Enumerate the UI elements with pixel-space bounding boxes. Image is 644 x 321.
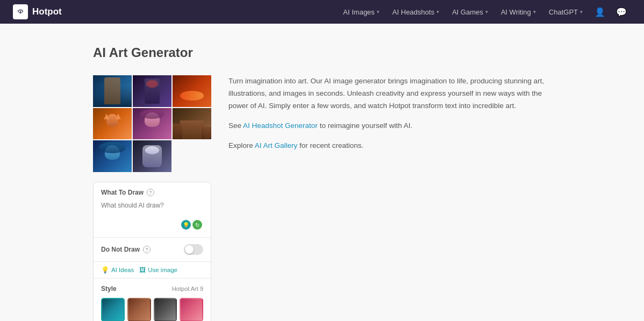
art-gallery-link[interactable]: AI Art Gallery (255, 141, 298, 149)
description-column: Turn imagination into art. Our AI image … (228, 75, 551, 321)
grid-image-5 (133, 108, 171, 140)
style-section: Style Hotpot Art 9 (94, 279, 211, 321)
svg-point-0 (19, 11, 20, 13)
description-paragraph-1: Turn imagination into art. Our AI image … (228, 75, 551, 112)
left-column: What To Draw ? 💡 ↻ Do (93, 75, 211, 321)
chevron-down-icon: ▾ (580, 9, 583, 15)
nav-ai-writing[interactable]: AI Writing ▾ (496, 5, 541, 19)
chevron-down-icon: ▾ (485, 9, 488, 15)
style-current-name: Hotpot Art 9 (172, 286, 203, 292)
what-to-draw-section: What To Draw ? 💡 ↻ (94, 182, 211, 238)
description-paragraph-3: Explore AI Art Gallery for recent creati… (228, 140, 551, 152)
headshot-generator-link[interactable]: AI Headshot Generator (243, 122, 318, 130)
chevron-down-icon: ▾ (437, 9, 439, 15)
logo-text: Hotpot (32, 6, 62, 17)
style-label: Style (101, 285, 117, 293)
description-paragraph-2: See AI Headshot Generator to reimagine y… (228, 120, 551, 132)
nav-chatgpt[interactable]: ChatGPT ▾ (543, 5, 588, 19)
do-not-draw-label: Do Not Draw ? (101, 246, 151, 253)
user-icon[interactable]: 👤 (590, 4, 610, 20)
chevron-down-icon: ▾ (377, 9, 380, 15)
what-to-draw-label: What To Draw ? (101, 189, 203, 196)
nav-ai-games[interactable]: AI Games ▾ (447, 5, 493, 19)
what-to-draw-help-icon[interactable]: ? (147, 189, 154, 196)
use-image-button[interactable]: 🖼 Use image (139, 266, 177, 274)
hero-image-grid (93, 75, 211, 172)
grid-image-1 (93, 75, 132, 107)
main-content: AI Art Generator (80, 24, 564, 321)
style-thumb-1[interactable] (101, 298, 125, 321)
style-grid-row-1 (101, 298, 203, 321)
grid-image-6 (173, 108, 211, 140)
grid-image-8 (133, 140, 171, 172)
nav-ai-headshots[interactable]: AI Headshots ▾ (387, 5, 445, 19)
bulb-icon[interactable]: 💡 (181, 220, 191, 230)
nav-ai-images[interactable]: AI Images ▾ (338, 5, 385, 19)
generator-panel: What To Draw ? 💡 ↻ Do (93, 182, 211, 321)
logo[interactable]: Hotpot (13, 4, 62, 19)
navbar: Hotpot AI Images ▾ AI Headshots ▾ AI Gam… (0, 0, 644, 24)
grid-image-4 (93, 108, 132, 140)
logo-icon (13, 4, 28, 19)
style-thumb-4[interactable] (180, 298, 203, 321)
style-thumb-2[interactable] (127, 298, 151, 321)
bulb-small-icon: 💡 (101, 266, 109, 274)
what-to-draw-wrapper: 💡 ↻ (101, 201, 203, 231)
do-not-draw-help-icon[interactable]: ? (143, 246, 151, 253)
chat-icon[interactable]: 💬 (612, 4, 631, 20)
refresh-icon[interactable]: ↻ (192, 220, 202, 230)
full-content: What To Draw ? 💡 ↻ Do (93, 75, 551, 321)
style-thumb-3[interactable] (154, 298, 177, 321)
textarea-actions: 💡 ↻ (181, 220, 202, 230)
svg-point-1 (20, 11, 22, 13)
style-header: Style Hotpot Art 9 (101, 285, 203, 293)
image-small-icon: 🖼 (139, 266, 146, 274)
do-not-draw-section: Do Not Draw ? (94, 238, 211, 262)
ai-ideas-button[interactable]: 💡 AI Ideas (101, 266, 134, 274)
chevron-down-icon: ▾ (533, 9, 536, 15)
ideas-row: 💡 AI Ideas 🖼 Use image (94, 262, 211, 279)
grid-image-2 (133, 75, 171, 107)
do-not-draw-toggle[interactable] (184, 244, 203, 255)
grid-image-7 (93, 140, 132, 172)
grid-image-3 (173, 75, 211, 107)
page-title: AI Art Generator (93, 45, 551, 60)
nav-items: AI Images ▾ AI Headshots ▾ AI Games ▾ AI… (338, 4, 631, 20)
do-not-draw-row: Do Not Draw ? (101, 244, 203, 255)
